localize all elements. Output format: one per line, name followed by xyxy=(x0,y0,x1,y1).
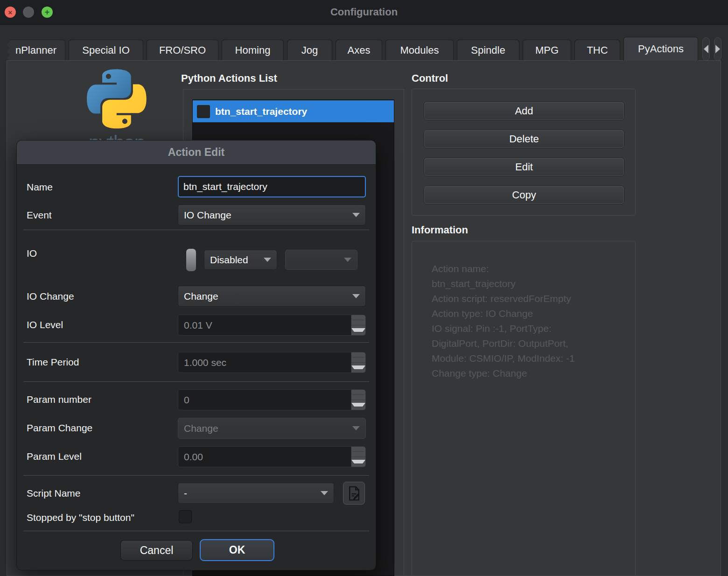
io-change-select[interactable]: Change xyxy=(178,286,366,307)
chevron-down-icon xyxy=(264,258,271,262)
spinner-up-icon[interactable] xyxy=(351,390,365,400)
tab-scroll-left-button[interactable] xyxy=(702,37,710,61)
spinner-down-icon[interactable] xyxy=(351,400,365,410)
script-name-label: Script Name xyxy=(27,488,81,499)
dialog-title: Action Edit xyxy=(168,146,224,159)
actions-list-title: Python Actions List xyxy=(181,72,277,84)
name-label: Name xyxy=(27,182,53,193)
separator xyxy=(23,342,369,343)
time-period-label: Time Period xyxy=(27,357,79,368)
spinner-up-icon[interactable] xyxy=(351,447,365,457)
event-label: Event xyxy=(27,210,52,221)
script-name-select[interactable]: - xyxy=(178,483,334,504)
tab-spindle[interactable]: Spindle xyxy=(457,40,519,61)
separator xyxy=(23,475,369,476)
stopped-by-checkbox[interactable] xyxy=(179,510,192,523)
delete-button[interactable]: Delete xyxy=(424,129,624,148)
tab-scroll-right-button[interactable] xyxy=(714,37,721,61)
chevron-down-icon xyxy=(344,258,351,262)
spinner-down-icon[interactable] xyxy=(351,325,365,335)
io-level-label: IO Level xyxy=(27,319,63,330)
window-title: Configuration xyxy=(0,0,728,24)
event-select[interactable]: IO Change xyxy=(178,204,366,225)
spinner-up-icon[interactable] xyxy=(351,352,365,363)
separator xyxy=(23,230,369,230)
tab-thc[interactable]: THC xyxy=(574,40,620,61)
list-item-checkbox[interactable] xyxy=(197,105,210,118)
separator xyxy=(23,531,369,531)
list-item-label: btn_start_trajectory xyxy=(215,106,307,117)
list-item[interactable]: btn_start_trajectory xyxy=(193,100,394,122)
param-change-select[interactable]: Change xyxy=(178,418,366,439)
io-change-label: IO Change xyxy=(27,291,74,302)
information-section-title: Information xyxy=(412,224,468,236)
time-period-spinbox[interactable]: 1.000 sec xyxy=(178,352,366,373)
name-input[interactable]: btn_start_trajectory xyxy=(178,176,366,197)
edit-script-button[interactable] xyxy=(343,482,365,505)
python-logo-icon xyxy=(87,69,147,129)
window-titlebar: × + Configuration xyxy=(0,0,728,25)
edit-button[interactable]: Edit xyxy=(424,157,624,176)
tab-modules[interactable]: Modules xyxy=(385,40,454,61)
spinner-down-icon[interactable] xyxy=(351,363,365,372)
add-button[interactable]: Add xyxy=(424,101,624,120)
tab-jog[interactable]: Jog xyxy=(287,40,332,61)
tab-mpg[interactable]: MPG xyxy=(523,40,571,61)
copy-button[interactable]: Copy xyxy=(424,185,624,204)
information-text: Action name: btn_start_trajectory Action… xyxy=(432,261,628,381)
spinner-up-icon[interactable] xyxy=(351,315,365,325)
chevron-left-icon xyxy=(704,45,708,53)
param-number-spinbox[interactable]: 0 xyxy=(178,389,366,410)
tab-bar: nPlanner Special IO FRO/SRO Homing Jog A… xyxy=(7,39,721,61)
cancel-button[interactable]: Cancel xyxy=(120,540,193,561)
io-pin-select[interactable] xyxy=(285,250,357,270)
param-level-spinbox[interactable]: 0.00 xyxy=(178,446,366,467)
io-label: IO xyxy=(27,248,37,259)
chevron-right-icon xyxy=(715,45,720,53)
tab-planner[interactable]: nPlanner xyxy=(7,40,65,61)
io-level-spinbox[interactable]: 0.01 V xyxy=(178,315,366,336)
chevron-down-icon xyxy=(321,491,328,495)
param-level-label: Param Level xyxy=(27,451,82,462)
io-state-select[interactable]: Disabled xyxy=(204,250,277,270)
spinner-down-icon[interactable] xyxy=(351,457,365,467)
chevron-down-icon xyxy=(352,426,360,430)
control-section-title: Control xyxy=(412,72,448,84)
param-change-label: Param Change xyxy=(27,422,92,434)
tab-fro-sro[interactable]: FRO/SRO xyxy=(147,40,218,61)
io-led-indicator xyxy=(186,249,196,271)
tab-homing[interactable]: Homing xyxy=(222,40,284,61)
stopped-by-label: Stopped by "stop button" xyxy=(27,512,134,523)
tab-axes[interactable]: Axes xyxy=(336,40,382,61)
tab-special-io[interactable]: Special IO xyxy=(69,40,143,61)
ok-button[interactable]: OK xyxy=(200,539,274,561)
dialog-titlebar[interactable]: Action Edit xyxy=(17,140,376,165)
chevron-down-icon xyxy=(352,294,360,298)
edit-script-icon xyxy=(348,486,360,501)
separator xyxy=(23,381,369,382)
chevron-down-icon xyxy=(352,213,360,217)
param-number-label: Param number xyxy=(27,394,91,405)
tab-pyactions[interactable]: PyActions xyxy=(623,37,698,61)
